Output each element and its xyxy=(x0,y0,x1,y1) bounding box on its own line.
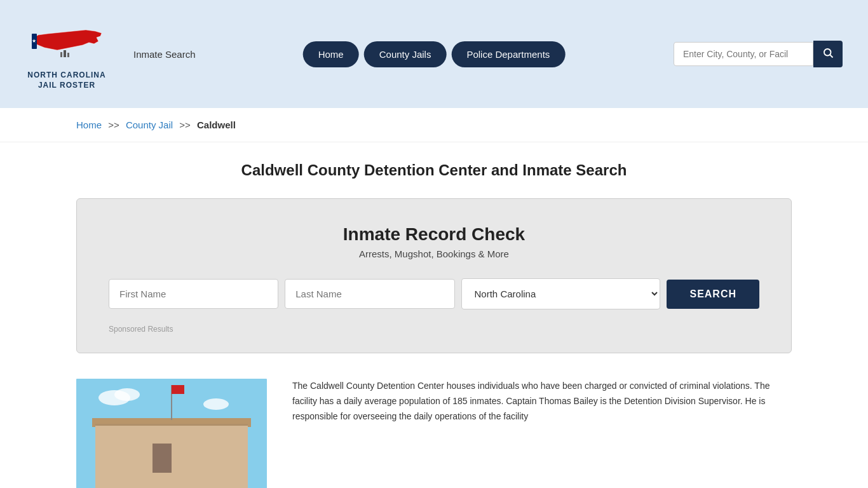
nav-police-departments-button[interactable]: Police Departments xyxy=(451,41,565,67)
facility-description: The Caldwell County Detention Center hou… xyxy=(292,379,792,424)
svg-rect-30 xyxy=(172,385,184,394)
breadcrumb: Home >> County Jail >> Caldwell xyxy=(76,119,792,130)
site-logo[interactable]: ★ NORTH CAROLINA JAIL ROSTER xyxy=(25,17,108,90)
svg-rect-27 xyxy=(111,454,127,464)
record-check-title: Inmate Record Check xyxy=(109,224,759,245)
site-header: ★ NORTH CAROLINA JAIL ROSTER Inmate Sear… xyxy=(0,0,868,108)
nc-map-logo: ★ xyxy=(25,17,108,68)
search-submit-button[interactable]: SEARCH xyxy=(667,280,759,309)
search-icon xyxy=(822,47,834,58)
header-search-area xyxy=(674,41,843,67)
breadcrumb-county-jail[interactable]: County Jail xyxy=(126,119,173,130)
svg-rect-28 xyxy=(213,454,229,464)
search-form-row: North Carolina Alabama Alaska Arizona Ar… xyxy=(109,278,759,309)
state-select[interactable]: North Carolina Alabama Alaska Arizona Ar… xyxy=(461,278,661,309)
svg-rect-15 xyxy=(114,430,121,484)
record-check-subtitle: Arrests, Mugshot, Bookings & More xyxy=(109,248,759,259)
svg-rect-3 xyxy=(60,52,62,57)
facility-image xyxy=(76,379,267,488)
breadcrumb-current: Caldwell xyxy=(197,119,236,130)
page-title: Caldwell County Detention Center and Inm… xyxy=(76,161,792,179)
svg-point-6 xyxy=(824,49,831,56)
svg-rect-4 xyxy=(64,50,66,57)
svg-rect-22 xyxy=(111,436,127,449)
breadcrumb-sep1: >> xyxy=(108,119,119,130)
svg-rect-21 xyxy=(173,466,180,478)
nav-home-button[interactable]: Home xyxy=(303,41,359,67)
inmate-search-link[interactable]: Inmate Search xyxy=(133,49,196,60)
svg-line-7 xyxy=(830,55,832,57)
svg-text:★: ★ xyxy=(32,38,36,44)
svg-rect-25 xyxy=(187,436,203,449)
record-check-box: Inmate Record Check Arrests, Mugshot, Bo… xyxy=(76,198,792,353)
facility-image-inner xyxy=(76,379,267,488)
breadcrumb-home[interactable]: Home xyxy=(76,119,102,130)
breadcrumb-bar: Home >> County Jail >> Caldwell xyxy=(0,108,868,142)
svg-rect-23 xyxy=(137,436,153,449)
svg-rect-12 xyxy=(95,423,248,488)
main-nav: Home County Jails Police Departments xyxy=(303,41,566,67)
logo-text: NORTH CAROLINA JAIL ROSTER xyxy=(27,71,105,90)
sponsored-label: Sponsored Results xyxy=(109,325,759,334)
svg-point-10 xyxy=(114,388,140,401)
svg-rect-5 xyxy=(67,53,69,57)
bottom-section: The Caldwell County Detention Center hou… xyxy=(76,379,792,488)
main-content: Caldwell County Detention Center and Inm… xyxy=(0,142,868,488)
nav-county-jails-button[interactable]: County Jails xyxy=(364,41,447,67)
svg-point-11 xyxy=(203,398,229,410)
breadcrumb-sep2: >> xyxy=(179,119,191,130)
svg-rect-19 xyxy=(159,461,184,488)
svg-rect-16 xyxy=(133,430,140,484)
svg-rect-18 xyxy=(219,430,226,484)
svg-rect-26 xyxy=(213,436,229,449)
header-search-input[interactable] xyxy=(674,42,813,66)
first-name-input[interactable] xyxy=(109,279,278,309)
svg-rect-17 xyxy=(200,430,207,484)
svg-rect-13 xyxy=(102,430,241,488)
header-search-button[interactable] xyxy=(813,41,843,67)
svg-rect-20 xyxy=(163,466,170,478)
last-name-input[interactable] xyxy=(285,279,454,309)
svg-rect-24 xyxy=(162,436,178,449)
